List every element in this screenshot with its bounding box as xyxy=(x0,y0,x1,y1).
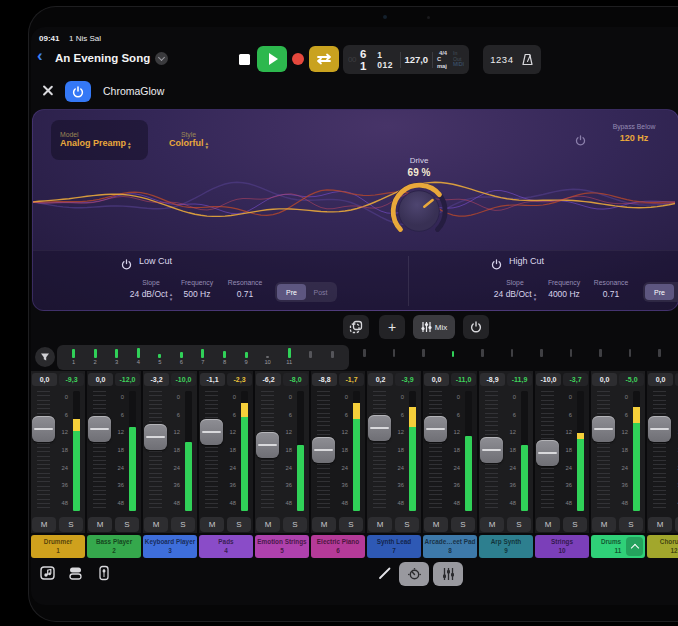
back-button[interactable]: ‹ xyxy=(37,47,43,64)
peak-level-value[interactable]: -3,7 xyxy=(563,373,588,386)
peak-level-value[interactable]: -3,9 xyxy=(395,373,420,386)
volume-value[interactable]: -8,9 xyxy=(480,373,505,386)
pre-button[interactable]: Pre xyxy=(645,284,674,300)
volume-fader-handle[interactable] xyxy=(536,440,559,466)
track-label-3[interactable]: Keyboard Player3 xyxy=(143,535,197,558)
peak-level-value[interactable]: -10,0 xyxy=(171,373,196,386)
volume-fader-handle[interactable] xyxy=(88,416,111,442)
volume-value[interactable]: 0,0 xyxy=(88,373,113,386)
post-button[interactable]: Post xyxy=(306,284,335,300)
filter-tracks-button[interactable] xyxy=(35,347,55,367)
mute-button[interactable]: M xyxy=(312,517,336,532)
volume-fader-handle[interactable] xyxy=(144,424,167,450)
mixer-power-button[interactable] xyxy=(463,315,489,339)
controls-view-button[interactable] xyxy=(399,562,429,586)
navigator-channel-9[interactable]: 9 xyxy=(241,348,251,365)
navigator-overflow-tick[interactable] xyxy=(481,349,484,357)
stop-button[interactable] xyxy=(233,46,255,72)
mute-button[interactable]: M xyxy=(368,517,392,532)
level-control[interactable]: Level 0.0 xyxy=(663,122,678,146)
metronome-icon[interactable] xyxy=(521,53,534,66)
volume-value[interactable]: -10,0 xyxy=(536,373,561,386)
high-cut-frequency[interactable]: Frequency 4000 Hz xyxy=(540,278,588,301)
solo-button[interactable]: S xyxy=(451,517,475,532)
volume-value[interactable]: -1,1 xyxy=(200,373,225,386)
volume-value[interactable]: -3,2 xyxy=(144,373,169,386)
navigator-overflow-tick[interactable] xyxy=(658,349,661,357)
solo-button[interactable]: S xyxy=(115,517,139,532)
mute-button[interactable]: M xyxy=(200,517,224,532)
volume-value[interactable]: 0,0 xyxy=(32,373,57,386)
track-label-7[interactable]: Synth Lead7 xyxy=(367,535,421,558)
navigator-channel-7[interactable]: 7 xyxy=(198,348,208,365)
song-title-menu-button[interactable] xyxy=(155,52,168,65)
peak-level-value[interactable]: -1,7 xyxy=(339,373,364,386)
pre-button[interactable]: Pre xyxy=(277,284,306,300)
style-selector[interactable]: Style Colorful▴▾ xyxy=(169,120,208,160)
navigator-channel-6[interactable]: 6 xyxy=(176,348,186,365)
model-selector[interactable]: Model Analog Preamp▴▾ xyxy=(51,120,148,160)
track-label-5[interactable]: Emotion Strings5 xyxy=(255,535,309,558)
volume-fader-handle[interactable] xyxy=(424,416,447,442)
record-button[interactable] xyxy=(289,46,307,72)
peak-level-value[interactable]: -12,0 xyxy=(115,373,140,386)
solo-button[interactable]: S xyxy=(339,517,363,532)
track-label-2[interactable]: Bass Player2 xyxy=(87,535,141,558)
navigator-channel-5[interactable]: 5 xyxy=(155,348,165,365)
collapse-track-button[interactable] xyxy=(626,537,643,556)
navigator-channel-8[interactable]: 8 xyxy=(220,348,230,365)
volume-fader-handle[interactable] xyxy=(200,419,223,445)
navigator-channel-11[interactable]: 11 xyxy=(284,348,294,365)
navigator-overflow-tick[interactable] xyxy=(422,349,425,357)
mute-button[interactable]: M xyxy=(88,517,112,532)
track-label-12[interactable]: Chorus V12 xyxy=(647,535,678,558)
peak-level-value[interactable]: -9,3 xyxy=(59,373,84,386)
navigator-channel-1[interactable]: 1 xyxy=(69,348,79,365)
mute-button[interactable]: M xyxy=(424,517,448,532)
count-in-button[interactable]: 1234 xyxy=(490,54,513,65)
solo-button[interactable]: S xyxy=(227,517,251,532)
track-label-1[interactable]: Drummer1 xyxy=(31,535,85,558)
cycle-button[interactable] xyxy=(309,46,339,72)
solo-button[interactable]: S xyxy=(395,517,419,532)
plugins-button[interactable] xyxy=(67,564,85,582)
high-cut-slope[interactable]: Slope 24 dB/Oct▴▾ xyxy=(491,278,539,301)
close-plugin-button[interactable] xyxy=(41,84,54,97)
mute-button[interactable]: M xyxy=(648,517,672,532)
navigator-channel-offscreen[interactable] xyxy=(306,348,316,358)
solo-button[interactable]: S xyxy=(59,517,83,532)
high-cut-power-button[interactable] xyxy=(491,256,502,274)
track-label-9[interactable]: Arp Synth9 xyxy=(479,535,533,558)
navigator-channel-2[interactable]: 2 xyxy=(90,348,100,365)
low-cut-slope[interactable]: Slope 24 dB/Oct▴▾ xyxy=(127,278,175,301)
edit-button[interactable] xyxy=(377,565,395,583)
fader-controls-button[interactable] xyxy=(95,564,113,582)
bypass-power-button[interactable] xyxy=(575,132,586,150)
browser-button[interactable] xyxy=(39,564,57,582)
song-title[interactable]: An Evening Song xyxy=(55,52,150,64)
mute-button[interactable]: M xyxy=(480,517,504,532)
navigator-overflow-tick[interactable] xyxy=(393,349,396,357)
mixer-navigator-window[interactable]: 1234567891011 xyxy=(57,345,349,370)
volume-fader-handle[interactable] xyxy=(592,416,615,442)
mix-view-button[interactable]: Mix xyxy=(413,315,455,339)
volume-value[interactable]: -6,2 xyxy=(256,373,281,386)
mixer-view-button[interactable] xyxy=(433,562,463,586)
track-label-10[interactable]: Strings10 xyxy=(535,535,589,558)
navigator-overflow-tick[interactable] xyxy=(452,351,455,357)
navigator-overflow-tick[interactable] xyxy=(629,349,632,357)
volume-fader-handle[interactable] xyxy=(312,437,335,463)
navigator-overflow-tick[interactable] xyxy=(570,349,573,357)
duplicate-button[interactable] xyxy=(343,315,369,339)
navigator-channel-offscreen[interactable] xyxy=(327,348,337,358)
mute-button[interactable]: M xyxy=(536,517,560,532)
navigator-channel-3[interactable]: 3 xyxy=(112,348,122,365)
drive-knob[interactable] xyxy=(388,180,450,242)
volume-value[interactable]: -8,8 xyxy=(312,373,337,386)
add-track-button[interactable]: + xyxy=(379,315,405,339)
volume-fader-handle[interactable] xyxy=(648,416,671,442)
volume-value[interactable]: 0,0 xyxy=(648,373,673,386)
lcd-display[interactable]: 00 6 1 1 012 127,0 4/4 C maj In Out MIDI xyxy=(343,45,469,74)
solo-button[interactable]: S xyxy=(283,517,307,532)
volume-value[interactable]: 0,2 xyxy=(368,373,393,386)
